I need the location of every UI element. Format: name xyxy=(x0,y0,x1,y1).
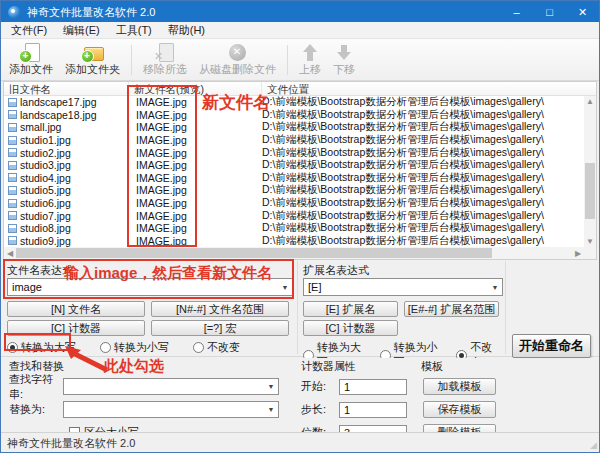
menu-help[interactable]: 帮助(H) xyxy=(160,23,213,38)
start-rename-button[interactable]: 开始重命名 xyxy=(512,334,591,358)
table-row[interactable]: studio2.jpg IMAGE.jpg D:\前端模板\Bootstrap数… xyxy=(4,146,584,159)
move-up-button[interactable]: 上移 xyxy=(293,41,327,79)
table-row[interactable]: landscape18.jpg IMAGE.jpg D:\前端模板\Bootst… xyxy=(4,109,584,122)
extension-expression-input[interactable] xyxy=(304,279,488,295)
token-macro-button[interactable]: [=?] 宏 xyxy=(151,320,289,336)
toolbar-button-label: 下移 xyxy=(333,62,355,77)
chevron-down-icon[interactable]: ▼ xyxy=(264,402,278,417)
menu-bar: 文件(F)编辑(E)工具(T)帮助(H) xyxy=(1,22,599,39)
save-template-button[interactable]: 保存模板 xyxy=(423,401,496,418)
chevron-down-icon[interactable]: ▼ xyxy=(264,379,278,394)
filename-expression-label: 文件名表达式 xyxy=(7,263,293,276)
chevron-down-icon[interactable]: ▼ xyxy=(488,279,502,295)
field-label: 查找字符串: xyxy=(9,372,63,402)
horizontal-scrollbar[interactable]: ◀ ▶ xyxy=(4,247,584,259)
old-filename: studio7.jpg xyxy=(20,210,71,222)
resize-grip-icon[interactable]: ◢ xyxy=(590,440,597,450)
scroll-up-icon[interactable]: ▲ xyxy=(584,97,596,106)
image-file-icon xyxy=(8,148,17,157)
move-down-button[interactable]: 下移 xyxy=(327,41,361,79)
scroll-right-icon[interactable]: ▶ xyxy=(572,249,584,258)
panel-divider xyxy=(297,261,298,354)
radio-icon xyxy=(7,342,18,353)
counter-input[interactable] xyxy=(339,402,407,418)
old-filename: studio4.jpg xyxy=(20,172,71,184)
new-filename: IMAGE.jpg xyxy=(129,134,262,146)
name-uppercase-radio[interactable]: 转换为大写 xyxy=(7,340,76,355)
vertical-scrollbar[interactable]: ▲ ▼ xyxy=(584,96,596,247)
token-filename-range-button[interactable]: [N#-#] 文件名范围 xyxy=(151,301,289,317)
remove-selected-icon xyxy=(154,43,176,61)
table-row[interactable]: landscape17.jpg IMAGE.jpg D:\前端模板\Bootst… xyxy=(4,96,584,109)
vertical-scroll-thumb[interactable] xyxy=(585,163,595,219)
menu-tools[interactable]: 工具(T) xyxy=(108,23,160,38)
list-header: 旧文件名 新文件名(预览) 文件位置 xyxy=(4,82,596,96)
table-row[interactable]: small.jpg IMAGE.jpg D:\前端模板\Bootstrap数据分… xyxy=(4,121,584,134)
radio-icon xyxy=(100,342,111,353)
counter-properties-group: 计数器属性 开始: 步长: 位数: xyxy=(301,359,413,441)
load-template-button[interactable]: 加载模板 xyxy=(423,378,496,395)
chevron-down-icon[interactable]: ▼ xyxy=(278,279,292,295)
scroll-down-icon[interactable]: ▼ xyxy=(584,237,596,246)
column-header-new-name[interactable]: 新文件名(预览) xyxy=(129,82,262,95)
toolbar-button-label: 移除所选 xyxy=(143,62,187,77)
add-file-icon xyxy=(20,43,42,61)
menu-file[interactable]: 文件(F) xyxy=(3,23,55,38)
minimize-button[interactable]: – xyxy=(500,1,533,23)
combo-input[interactable] xyxy=(64,379,264,394)
token-counter-button[interactable]: [C] 计数器 xyxy=(7,320,145,336)
table-row[interactable]: studio1.jpg IMAGE.jpg D:\前端模板\Bootstrap数… xyxy=(4,134,584,147)
token-ext-button[interactable]: [E] 扩展名 xyxy=(303,301,398,317)
table-row[interactable]: studio8.jpg IMAGE.jpg D:\前端模板\Bootstrap数… xyxy=(4,222,584,235)
new-filename: IMAGE.jpg xyxy=(129,197,262,209)
token-ext-counter-button[interactable]: [C] 计数器 xyxy=(303,320,398,336)
table-row[interactable]: studio7.jpg IMAGE.jpg D:\前端模板\Bootstrap数… xyxy=(4,209,584,222)
delete-from-disk-button[interactable]: 从磁盘删除文件 xyxy=(193,41,282,79)
old-filename: studio8.jpg xyxy=(20,222,71,234)
close-button[interactable]: ✕ xyxy=(566,1,599,23)
scroll-left-icon[interactable]: ◀ xyxy=(4,249,16,258)
menu-edit[interactable]: 编辑(E) xyxy=(55,23,108,38)
scrollbar-corner xyxy=(584,247,596,259)
delete-from-disk-icon xyxy=(227,43,249,61)
maximize-button[interactable]: □ xyxy=(533,1,566,23)
list-rows: landscape17.jpg IMAGE.jpg D:\前端模板\Bootst… xyxy=(4,96,584,247)
old-filename: studio3.jpg xyxy=(20,159,71,171)
options-panel: 查找和替换 查找字符串: ▼ 替换为: ▼ xyxy=(1,358,599,432)
add-folder-button[interactable]: 添加文件夹 xyxy=(59,41,126,79)
token-filename-button[interactable]: [N] 文件名 xyxy=(7,301,145,317)
new-filename: IMAGE.jpg xyxy=(129,159,262,171)
remove-selected-button[interactable]: 移除所选 xyxy=(137,41,193,79)
status-bar: 神奇文件批量改名软件 2.0 ◢ xyxy=(1,432,599,453)
add-files-button[interactable]: 添加文件 xyxy=(3,41,59,79)
name-lowercase-radio[interactable]: 转换为小写 xyxy=(100,340,169,355)
name-nochange-radio[interactable]: 不改变 xyxy=(193,340,240,355)
toolbar-button-label: 从磁盘删除文件 xyxy=(199,62,276,77)
file-list: 旧文件名 新文件名(预览) 文件位置 landscape17.jpg IMAGE… xyxy=(3,81,597,260)
expression-panel: 文件名表达式 ▼ [N] 文件名[N#-#] 文件名范围[C] 计数器[=?] … xyxy=(1,260,599,357)
old-filename: studio2.jpg xyxy=(20,147,71,159)
image-file-icon xyxy=(8,236,17,245)
toolbar-separator xyxy=(131,45,132,75)
image-file-icon xyxy=(8,161,17,170)
new-filename: IMAGE.jpg xyxy=(129,121,262,133)
find-replace-group: 查找和替换 查找字符串: ▼ 替换为: ▼ xyxy=(9,359,279,440)
token-ext-range-button[interactable]: [E#-#] 扩展名范围 xyxy=(404,301,499,317)
panel-divider xyxy=(505,261,506,354)
old-filename: studio5.jpg xyxy=(20,184,71,196)
field-label: 步长: xyxy=(301,402,339,417)
table-row[interactable]: studio5.jpg IMAGE.jpg D:\前端模板\Bootstrap数… xyxy=(4,184,584,197)
column-header-old-name[interactable]: 旧文件名 xyxy=(4,82,129,95)
table-row[interactable]: studio9.jpg IMAGE.jpg D:\前端模板\Bootstrap数… xyxy=(4,235,584,247)
old-filename: studio6.jpg xyxy=(20,197,71,209)
filename-expression-input[interactable] xyxy=(8,279,278,295)
table-row[interactable]: studio4.jpg IMAGE.jpg D:\前端模板\Bootstrap数… xyxy=(4,172,584,185)
column-header-location[interactable]: 文件位置 xyxy=(262,82,596,95)
combo-input[interactable] xyxy=(64,402,264,417)
table-row[interactable]: studio3.jpg IMAGE.jpg D:\前端模板\Bootstrap数… xyxy=(4,159,584,172)
horizontal-scroll-thumb[interactable] xyxy=(16,248,492,258)
new-filename: IMAGE.jpg xyxy=(129,235,262,247)
filename-expression-section: 文件名表达式 ▼ [N] 文件名[N#-#] 文件名范围[C] 计数器[=?] … xyxy=(7,263,293,355)
table-row[interactable]: studio6.jpg IMAGE.jpg D:\前端模板\Bootstrap数… xyxy=(4,197,584,210)
counter-input[interactable] xyxy=(339,379,407,395)
